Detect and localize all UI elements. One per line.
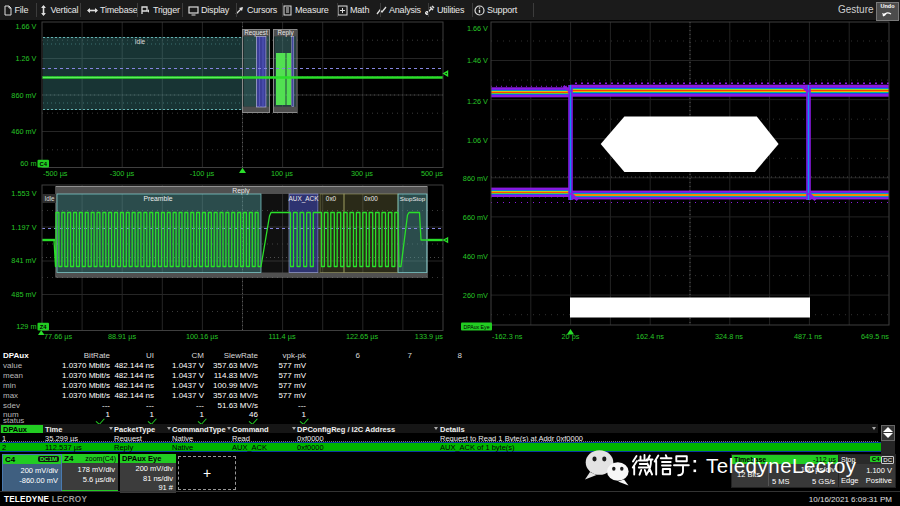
svg-text:Z4: Z4 [40, 324, 48, 330]
svg-text:649.5 ns: 649.5 ns [861, 332, 889, 341]
svg-text:Request: Request [244, 29, 268, 37]
svg-text:Reply: Reply [277, 29, 294, 37]
svg-text:0x00: 0x00 [364, 195, 378, 202]
svg-text:460 mV: 460 mV [463, 252, 488, 261]
svg-text:100 µs: 100 µs [271, 169, 293, 178]
svg-text:300 µs: 300 µs [351, 169, 373, 178]
svg-text:1.66 V: 1.66 V [467, 24, 488, 33]
svg-text:485 mV: 485 mV [11, 290, 36, 299]
svg-text:DPAux Eye: DPAux Eye [463, 324, 489, 330]
svg-text:1.66 V: 1.66 V [15, 22, 36, 31]
svg-text:AUX_ACK: AUX_ACK [289, 195, 320, 203]
svg-text:1.197 V: 1.197 V [11, 223, 36, 232]
svg-text:460 mV: 460 mV [11, 127, 36, 136]
svg-text:487.1 ns: 487.1 ns [794, 332, 822, 341]
svg-text:60 m: 60 m [20, 159, 36, 168]
svg-text:StopStop: StopStop [400, 195, 426, 202]
svg-text:500 µs: 500 µs [421, 169, 443, 178]
svg-text:C4: C4 [39, 161, 47, 167]
svg-text:1.46 V: 1.46 V [467, 56, 488, 65]
svg-text:111.4 µs: 111.4 µs [268, 332, 295, 341]
svg-text:20 ps: 20 ps [562, 332, 580, 341]
svg-text:860 mV: 860 mV [11, 91, 36, 100]
svg-text:122.65 µs: 122.65 µs [346, 332, 379, 341]
svg-text:Idle: Idle [44, 195, 55, 202]
svg-text:1.06 V: 1.06 V [467, 136, 488, 145]
svg-text:100.16 µs: 100.16 µs [186, 332, 219, 341]
svg-text:660 mV: 660 mV [463, 213, 488, 222]
svg-text:860 mV: 860 mV [463, 174, 488, 183]
svg-text:-162.3 ns: -162.3 ns [492, 332, 523, 341]
svg-text:1.553 V: 1.553 V [11, 189, 36, 198]
svg-text:1.26 V: 1.26 V [15, 54, 36, 63]
svg-text:Idle: Idle [135, 38, 146, 45]
svg-text:77.66 µs: 77.66 µs [44, 332, 72, 341]
svg-text:129 m: 129 m [16, 322, 36, 331]
svg-text:324.8 ns: 324.8 ns [715, 332, 743, 341]
svg-text:0x0: 0x0 [326, 195, 337, 202]
svg-text:162.4 ns: 162.4 ns [636, 332, 664, 341]
svg-text:841 mV: 841 mV [11, 256, 36, 265]
svg-text:-300 µs: -300 µs [110, 169, 135, 178]
svg-text:260 mV: 260 mV [463, 291, 488, 300]
svg-text:88.91 µs: 88.91 µs [108, 332, 136, 341]
svg-text:Preamble: Preamble [143, 195, 172, 202]
svg-text:133.9 µs: 133.9 µs [415, 332, 443, 341]
svg-text:1.26 V: 1.26 V [467, 97, 488, 106]
svg-text:-100 µs: -100 µs [190, 169, 215, 178]
svg-text:TeledyneLecroy: TeledyneLecroy [706, 454, 857, 477]
svg-text:-500 µs: -500 µs [43, 169, 68, 178]
